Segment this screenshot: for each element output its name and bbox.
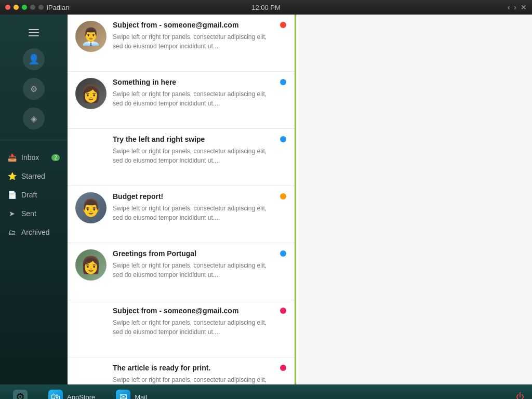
email-subject: Try the left and right swipe [113,135,276,143]
sidebar-item-archived[interactable]: 🗂 Archived [0,223,68,242]
unread-dot [280,308,286,314]
email-content: The article is ready for print. Swipe le… [113,364,287,384]
archived-label: Archived [21,228,49,236]
starred-icon: ⭐ [8,172,16,180]
main-container: 👤 ⚙ ◈ 📥 Inbox 2 ⭐ Starred 📄 Draft [0,15,532,384]
sidebar-item-starred[interactable]: ⭐ Starred [0,167,68,185]
email-list: 👨‍💼 Subject from - someone@gmail.com Swi… [68,15,296,384]
dot-red [5,5,10,10]
user-icon-button[interactable]: 👤 [23,48,45,70]
archived-icon: 🗂 [8,228,16,236]
github-icon: ⚙ [30,84,37,94]
avatar: 👨‍💼 [75,21,107,52]
sent-icon: ➤ [8,209,16,218]
sidebar-icon-group: 👤 ⚙ ◈ [0,20,68,140]
draft-icon: 📄 [8,191,16,199]
dot-dark2 [38,5,44,10]
hamburger-line2 [29,32,39,33]
email-item-1[interactable]: 👨‍💼 Subject from - someone@gmail.com Swi… [68,15,295,72]
email-content: Subject from - someone@gmail.com Swipe l… [113,21,287,51]
email-item-3[interactable]: Try the left and right swipe Swipe left … [68,129,295,186]
taskbar: ⚙ 🛍 AppStore ✉ Mail ⏻ [0,384,532,399]
email-subject: Subject from - someone@gmail.com [113,307,276,315]
taskbar-appstore[interactable]: 🛍 AppStore [43,387,100,399]
unread-dot [280,250,286,257]
unread-dot [280,79,286,85]
email-preview: Swipe left or right for panels, consecte… [113,32,276,51]
email-item-7[interactable]: The article is ready for print. Swipe le… [68,357,295,384]
title-bar-left: iPadian [5,4,69,11]
inbox-icon: 📥 [8,153,16,162]
clock: 12:00 PM [251,4,281,11]
title-bar: iPadian 12:00 PM ‹ › ✕ [0,0,532,15]
email-subject: The article is ready for print. [113,364,276,372]
email-content: Try the left and right swipe Swipe left … [113,135,287,165]
draft-label: Draft [21,191,37,199]
email-content: Budget report! Swipe left or right for p… [113,192,287,222]
email-preview: Swipe left or right for panels, consecte… [113,261,276,280]
sidebar-item-inbox[interactable]: 📥 Inbox 2 [0,148,68,167]
avatar: 👩 [75,78,107,109]
email-preview: Swipe left or right for panels, consecte… [113,375,276,384]
email-subject: Budget report! [113,192,276,201]
appstore-icon: 🛍 [48,390,63,399]
nav-forward-button[interactable]: › [514,3,516,11]
avatar: 👩 [75,249,107,281]
hamburger-line3 [29,35,39,36]
dot-yellow [14,5,19,10]
sidebar: 👤 ⚙ ◈ 📥 Inbox 2 ⭐ Starred 📄 Draft [0,15,68,384]
user-icon: 👤 [28,54,39,65]
email-item-5[interactable]: 👩 Greetings from Portugal Swipe left or … [68,243,295,300]
dot-dark1 [30,5,35,10]
codepen-icon-button[interactable]: ◈ [23,108,45,129]
right-panel [296,15,532,384]
email-subject: Greetings from Portugal [113,249,276,258]
nav-back-button[interactable]: ‹ [508,3,510,11]
sidebar-nav: 📥 Inbox 2 ⭐ Starred 📄 Draft ➤ Sent 🗂 Arc… [0,140,68,249]
email-preview: Swipe left or right for panels, consecte… [113,89,276,108]
email-item-6[interactable]: Subject from - someone@gmail.com Swipe l… [68,300,295,357]
email-preview: Swipe left or right for panels, consecte… [113,204,276,222]
sent-label: Sent [21,209,36,218]
email-preview: Swipe left or right for panels, consecte… [113,318,276,337]
github-icon-button[interactable]: ⚙ [23,78,45,100]
email-subject: Something in here [113,78,276,86]
unread-dot [280,22,286,28]
email-content: Subject from - someone@gmail.com Swipe l… [113,307,287,337]
email-item-2[interactable]: 👩 Something in here Swipe left or right … [68,72,295,129]
appstore-label: AppStore [67,393,95,400]
unread-dot [280,365,286,371]
unread-dot [280,193,286,200]
app-name: iPadian [47,4,69,11]
mail-label: Mail [135,393,147,400]
settings-icon: ⚙ [13,390,28,399]
email-item-4[interactable]: 👨 Budget report! Swipe left or right for… [68,186,295,243]
inbox-badge: 2 [51,154,60,161]
starred-label: Starred [21,172,45,180]
nav-close-button[interactable]: ✕ [521,3,527,11]
sidebar-item-sent[interactable]: ➤ Sent [0,204,68,223]
hamburger-menu-button[interactable] [24,25,43,41]
hamburger-line1 [29,29,39,30]
email-subject: Subject from - someone@gmail.com [113,21,276,29]
email-content: Greetings from Portugal Swipe left or ri… [113,249,287,280]
avatar: 👨 [75,192,107,223]
mail-icon: ✉ [116,390,130,399]
email-content: Something in here Swipe left or right fo… [113,78,287,108]
title-bar-right: ‹ › ✕ [508,3,527,11]
taskbar-mail[interactable]: ✉ Mail [111,387,152,399]
email-preview: Swipe left or right for panels, consecte… [113,147,276,165]
unread-dot [280,136,286,142]
sidebar-item-draft[interactable]: 📄 Draft [0,185,68,204]
inbox-label: Inbox [21,153,39,162]
taskbar-settings[interactable]: ⚙ [8,387,33,399]
dot-green [22,5,27,10]
power-icon[interactable]: ⏻ [516,392,524,399]
codepen-icon: ◈ [31,114,37,124]
